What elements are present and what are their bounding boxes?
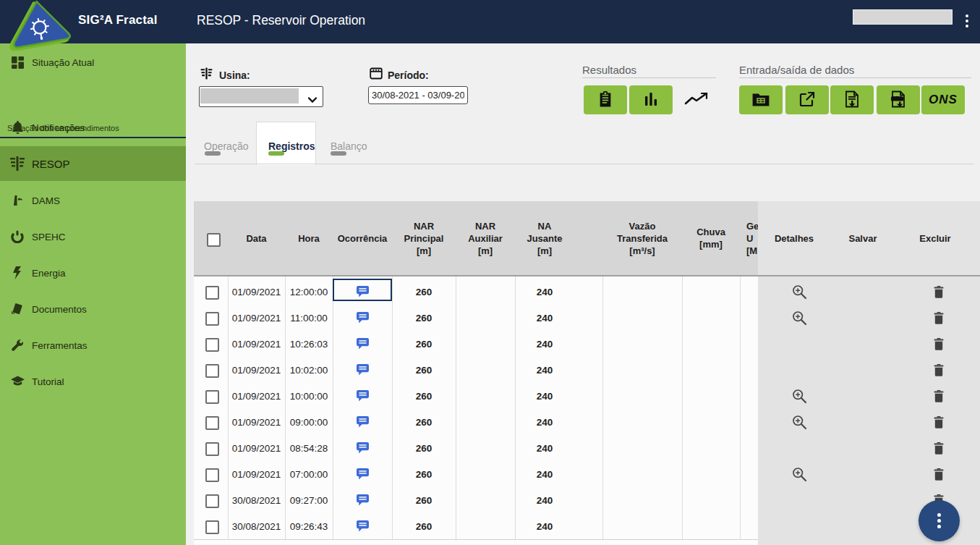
dashboard-icon (10, 55, 25, 69)
row-checkbox[interactable] (205, 520, 219, 534)
cell-chuva (682, 435, 740, 461)
occurrence-comment-icon[interactable] (356, 468, 369, 481)
tabs-divider (195, 164, 974, 164)
sidebar-item-dams[interactable]: DAMS (0, 190, 186, 211)
delete-trash-icon[interactable] (933, 337, 945, 350)
delete-trash-icon[interactable] (933, 389, 945, 402)
cell-nar-principal: 260 (392, 513, 456, 539)
occurrence-comment-icon[interactable] (356, 337, 369, 350)
cell-vazao-transferida (602, 409, 682, 435)
col-header-hora: Hora (285, 201, 333, 275)
sidebar-item-resop[interactable]: RESOP (0, 146, 186, 181)
details-zoom-in-icon[interactable] (791, 388, 807, 404)
details-zoom-in-icon[interactable] (791, 414, 807, 430)
sidebar-item-ferramentas[interactable]: Ferramentas (0, 335, 186, 355)
bar-chart-button[interactable] (629, 85, 673, 114)
cell-nar-auxiliar (456, 409, 515, 435)
row-checkbox[interactable] (205, 338, 219, 352)
row-checkbox[interactable] (205, 364, 219, 378)
cell-chuva (682, 305, 740, 331)
cell-na-jusante: 240 (515, 435, 574, 461)
pinned-actions-panel: DetalhesSalvarExcluir (758, 201, 980, 545)
details-zoom-in-icon[interactable] (791, 284, 807, 300)
cell-vazao-transferida (602, 357, 682, 383)
cell-vazao-transferida (602, 513, 682, 539)
row-checkbox[interactable] (205, 312, 219, 326)
sidebar-item-situacao-atual[interactable]: Situação Atual (0, 52, 186, 72)
delete-trash-icon[interactable] (933, 415, 945, 428)
row-checkbox[interactable] (205, 442, 219, 456)
bell-icon (10, 120, 25, 135)
col-header-detalhes: Detalhes (758, 201, 830, 275)
delete-trash-icon[interactable] (933, 363, 945, 376)
usina-label: Usina: (219, 69, 250, 81)
occurrence-comment-icon[interactable] (356, 389, 369, 402)
occurrence-comment-icon[interactable] (356, 442, 369, 455)
periodo-label: Período: (388, 69, 429, 81)
line-chart-button[interactable] (683, 90, 710, 109)
svg-text:CALC: CALC (892, 97, 902, 101)
details-zoom-in-icon[interactable] (791, 466, 807, 482)
results-panel-title: Resultados (582, 64, 636, 76)
delete-trash-icon[interactable] (933, 285, 945, 298)
cell-vazao-transferida (602, 331, 682, 357)
delete-trash-icon[interactable] (933, 442, 945, 455)
results-panel-rule (582, 77, 716, 78)
cell-nar-principal: 260 (392, 461, 456, 487)
occurrence-comment-icon[interactable] (356, 415, 369, 428)
cell-na-jusante: 240 (515, 331, 574, 357)
occurrence-comment-icon[interactable] (356, 363, 369, 376)
cell-na-jusante: 240 (515, 487, 574, 513)
sidebar-item-notificacoes[interactable]: Notificações (0, 117, 186, 138)
sidebar-item-label: RESOP (32, 158, 70, 170)
occurrence-comment-icon[interactable] (356, 520, 369, 533)
row-checkbox[interactable] (205, 468, 219, 482)
sidebar-item-spehc[interactable]: SPEHC (0, 227, 186, 247)
select-all-checkbox[interactable] (207, 233, 221, 247)
sidebar-item-label: Situação Atual (32, 57, 94, 68)
wrench-icon (10, 338, 25, 352)
details-zoom-in-icon[interactable] (791, 310, 807, 326)
sidebar-item-documentos[interactable]: Documentos (0, 299, 186, 319)
usina-select[interactable] (199, 86, 323, 107)
file-calc-download-button[interactable]: CALC (877, 85, 920, 114)
col-header-ocorrencia: Ocorrência (333, 201, 392, 275)
fab-more-button[interactable] (919, 500, 960, 541)
occurrence-comment-icon[interactable] (356, 494, 369, 507)
cell-nar-auxiliar (456, 435, 515, 461)
sidebar-item-tutorial[interactable]: Tutorial (0, 371, 186, 392)
file-download-icon (845, 90, 859, 110)
folder-table-button[interactable] (739, 85, 783, 114)
sidebar-item-label: Energia (32, 268, 66, 279)
delete-trash-icon[interactable] (933, 468, 945, 481)
search-input[interactable] (853, 9, 953, 25)
col-header-salvar: Salvar (830, 201, 895, 275)
cell-time: 11:00:00 (285, 305, 333, 331)
delete-trash-icon[interactable] (933, 311, 945, 324)
col-header-data: Data (228, 201, 285, 275)
tab-registros-indicator (268, 151, 284, 156)
file-download-button[interactable] (830, 85, 874, 114)
tab-label: Operação (204, 140, 248, 152)
kebab-menu-icon[interactable] (959, 10, 975, 32)
occurrence-comment-icon[interactable] (356, 311, 369, 324)
row-checkbox[interactable] (205, 390, 219, 404)
sidebar-item-label: Tutorial (32, 376, 64, 387)
cell-time: 07:00:00 (285, 461, 333, 487)
calendar-icon (370, 67, 383, 83)
report-button[interactable] (584, 85, 627, 114)
cell-nar-auxiliar (456, 383, 515, 409)
ons-export-button[interactable]: ONS (921, 85, 965, 114)
periodo-input[interactable] (368, 86, 468, 104)
row-checkbox[interactable] (205, 416, 219, 430)
sidebar-item-energia[interactable]: Energia (0, 263, 186, 283)
cell-chuva (682, 487, 740, 513)
row-checkbox[interactable] (205, 286, 219, 300)
row-checkbox[interactable] (205, 494, 219, 508)
cell-chuva (682, 357, 740, 383)
file-calc-download-icon: CALC (890, 90, 906, 110)
open-in-new-button[interactable] (785, 85, 829, 114)
cell-nar-auxiliar (456, 331, 515, 357)
col-header-chuva: Chuva [mm] (682, 201, 740, 275)
sidebar: Situação Atual Situação dos empreendimen… (0, 43, 186, 545)
